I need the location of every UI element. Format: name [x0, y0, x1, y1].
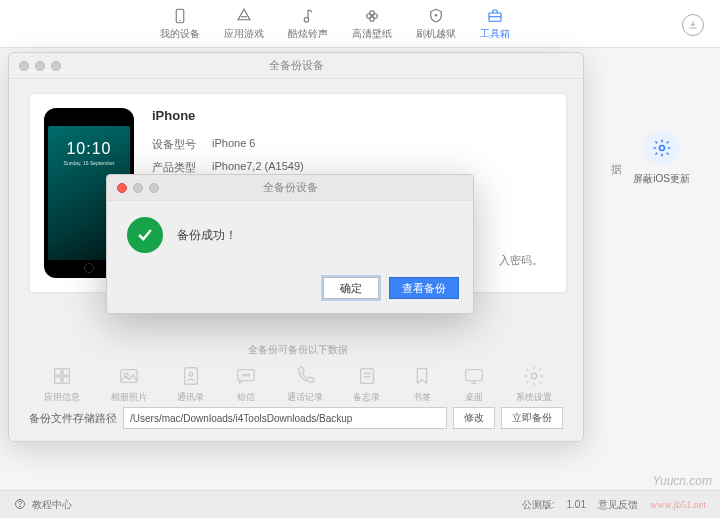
- backup-types-row: 应用信息 相册照片 通讯录 短信 通话记录 备忘录 书签 桌面 系统设置: [29, 365, 567, 404]
- model-label: 设备型号: [152, 137, 200, 152]
- view-backup-button[interactable]: 查看备份: [389, 277, 459, 299]
- backup-success-dialog: 全备份设备 备份成功！ 确定 查看备份: [106, 174, 474, 314]
- backup-now-button[interactable]: 立即备份: [501, 407, 563, 429]
- backup-types-section: 全备份可备份以下数据 应用信息 相册照片 通讯录 短信 通话记录 备忘录 书签 …: [29, 343, 567, 404]
- svg-point-22: [245, 374, 247, 376]
- tutorial-link[interactable]: 教程中心: [32, 498, 72, 512]
- shield-icon: [427, 7, 445, 25]
- nav-label: 酷炫铃声: [288, 27, 328, 41]
- type-label: 短信: [237, 391, 255, 404]
- version-label: 公测版:: [522, 498, 555, 512]
- type-calls: 通话记录: [287, 365, 323, 404]
- svg-point-19: [189, 372, 193, 376]
- device-name: iPhone: [152, 108, 552, 123]
- svg-point-11: [659, 146, 664, 151]
- feedback-link[interactable]: 意见反馈: [598, 498, 638, 512]
- svg-rect-24: [360, 369, 373, 384]
- sms-icon: [235, 365, 257, 387]
- svg-rect-14: [55, 377, 61, 383]
- dialog-title: 全备份设备: [107, 180, 473, 195]
- watermark: Yuucn.com: [652, 474, 712, 488]
- nav-label: 高清壁纸: [352, 27, 392, 41]
- photos-icon: [118, 365, 140, 387]
- dialog-message: 备份成功！: [177, 227, 237, 244]
- device-icon: [171, 7, 189, 25]
- download-button[interactable]: [682, 14, 704, 36]
- svg-rect-20: [237, 370, 254, 381]
- svg-rect-12: [55, 369, 61, 375]
- music-icon: [299, 7, 317, 25]
- svg-point-32: [20, 506, 21, 507]
- side-feature-label: 屏蔽iOS更新: [633, 172, 690, 186]
- nav-label: 刷机越狱: [416, 27, 456, 41]
- version-value: 1.01: [567, 499, 586, 510]
- home-button-graphic: [84, 263, 94, 273]
- encrypt-hint: 入密码。: [499, 253, 543, 268]
- desktop-icon: [463, 365, 485, 387]
- dialog-footer: 确定 查看备份: [107, 269, 473, 313]
- nav-ringtones[interactable]: 酷炫铃声: [288, 7, 328, 41]
- type-bookmarks: 书签: [411, 365, 433, 404]
- appinfo-icon: [51, 365, 73, 387]
- notes-icon: [356, 365, 378, 387]
- lockscreen-date: Sunday, 16 September: [64, 160, 115, 166]
- svg-point-3: [304, 17, 309, 22]
- nav-wallpapers[interactable]: 高清壁纸: [352, 7, 392, 41]
- type-label: 相册照片: [111, 391, 147, 404]
- svg-rect-13: [63, 369, 69, 375]
- gear-icon: [644, 130, 680, 166]
- nav-my-device[interactable]: 我的设备: [160, 7, 200, 41]
- path-label: 备份文件存储路径: [29, 411, 117, 426]
- svg-rect-27: [466, 370, 483, 381]
- backup-window-titlebar[interactable]: 全备份设备: [9, 53, 583, 79]
- type-label: 备忘录: [353, 391, 380, 404]
- modify-button[interactable]: 修改: [453, 407, 495, 429]
- svg-point-8: [435, 14, 437, 16]
- apps-icon: [235, 7, 253, 25]
- dialog-titlebar[interactable]: 全备份设备: [107, 175, 473, 201]
- model-value: iPhone 6: [212, 137, 255, 152]
- lockscreen-time: 10:10: [66, 140, 111, 158]
- nav-apps[interactable]: 应用游戏: [224, 7, 264, 41]
- nav-toolbox[interactable]: 工具箱: [480, 7, 510, 41]
- flower-icon: [363, 7, 381, 25]
- nav-items: 我的设备 应用游戏 酷炫铃声 高清壁纸 刷机越狱 工具箱: [160, 7, 510, 41]
- toolbox-icon: [486, 7, 504, 25]
- type-appinfo: 应用信息: [44, 365, 80, 404]
- type-label: 通讯录: [177, 391, 204, 404]
- product-label: 产品类型: [152, 160, 200, 175]
- nav-label: 我的设备: [160, 27, 200, 41]
- path-input[interactable]: [123, 407, 447, 429]
- type-label: 应用信息: [44, 391, 80, 404]
- svg-rect-15: [63, 377, 69, 383]
- type-sms: 短信: [235, 365, 257, 404]
- type-label: 通话记录: [287, 391, 323, 404]
- contacts-icon: [180, 365, 202, 387]
- svg-point-30: [531, 373, 537, 379]
- bookmark-icon: [411, 365, 433, 387]
- type-label: 桌面: [465, 391, 483, 404]
- watermark2: www.jb51.net: [650, 499, 706, 510]
- dialog-body: 备份成功！: [107, 201, 473, 269]
- help-icon[interactable]: [14, 498, 26, 512]
- settings-icon: [523, 365, 545, 387]
- backup-path-row: 备份文件存储路径 修改 立即备份: [29, 407, 563, 429]
- type-settings: 系统设置: [516, 365, 552, 404]
- nav-label: 工具箱: [480, 27, 510, 41]
- type-notes: 备忘录: [353, 365, 380, 404]
- nav-label: 应用游戏: [224, 27, 264, 41]
- ok-button[interactable]: 确定: [323, 277, 379, 299]
- type-label: 系统设置: [516, 391, 552, 404]
- type-label: 书签: [413, 391, 431, 404]
- call-icon: [294, 365, 316, 387]
- svg-point-21: [242, 374, 244, 376]
- backup-window-title: 全备份设备: [9, 58, 583, 73]
- backup-types-title: 全备份可备份以下数据: [29, 343, 567, 357]
- nav-jailbreak[interactable]: 刷机越狱: [416, 7, 456, 41]
- clipped-text: 据: [611, 162, 622, 177]
- status-bar: 教程中心 公测版: 1.01 意见反馈 www.jb51.net: [0, 490, 720, 518]
- side-feature-block-ios-update[interactable]: 屏蔽iOS更新: [633, 130, 690, 186]
- product-value: iPhone7,2 (A1549): [212, 160, 304, 175]
- svg-point-7: [370, 16, 375, 21]
- success-check-icon: [127, 217, 163, 253]
